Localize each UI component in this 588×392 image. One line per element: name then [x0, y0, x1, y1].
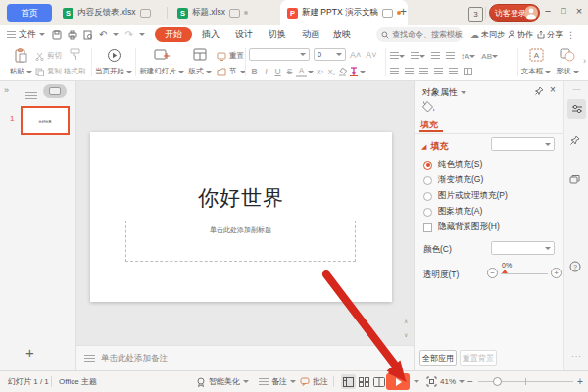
- bullet-list-button[interactable]: [390, 52, 405, 60]
- radio[interactable]: [423, 192, 432, 201]
- radio[interactable]: [423, 176, 432, 185]
- window-count-badge[interactable]: 3: [468, 7, 483, 22]
- color-combo[interactable]: [491, 241, 555, 255]
- cut-button[interactable]: 剪切: [35, 49, 62, 63]
- text-direction-button[interactable]: AB: [481, 52, 498, 61]
- font-color-button[interactable]: A: [296, 66, 307, 77]
- notes-button[interactable]: 备注: [259, 371, 296, 392]
- radio-selected[interactable]: [423, 161, 432, 170]
- align-left-icon[interactable]: [390, 68, 399, 75]
- save-icon[interactable]: [52, 30, 62, 40]
- font-size-combo[interactable]: 0: [314, 48, 346, 61]
- share-button[interactable]: 分享: [537, 27, 563, 42]
- toolbar-more-caret[interactable]: [139, 33, 145, 36]
- checkbox[interactable]: [423, 223, 432, 232]
- collapse-panel-icon[interactable]: »: [4, 85, 9, 95]
- transparency-handle[interactable]: [502, 270, 508, 273]
- subscript-button[interactable]: X₂: [326, 69, 337, 75]
- zoom-out-button[interactable]: −: [467, 371, 473, 392]
- undo-icon[interactable]: ↶: [99, 30, 107, 40]
- textbox-button[interactable]: A 文本框: [521, 46, 551, 78]
- add-slide-button[interactable]: +: [25, 344, 34, 361]
- normal-view-button[interactable]: [341, 374, 356, 389]
- transparency-plus-button[interactable]: +: [551, 268, 562, 278]
- document-tab-2[interactable]: S 标题.xlsx: [171, 0, 286, 25]
- document-tab-1[interactable]: S 内容反馈表.xlsx: [56, 0, 179, 25]
- bold-button[interactable]: B: [249, 67, 260, 76]
- command-search[interactable]: [376, 27, 463, 42]
- slide-thumbnail[interactable]: 你好世界: [21, 106, 70, 135]
- properties-rail-button-active[interactable]: [567, 99, 586, 119]
- menu-transition[interactable]: 切换: [269, 27, 286, 42]
- slide[interactable]: 你好世界 单击此处添加副标题: [90, 132, 392, 302]
- zoom-level[interactable]: 41%: [440, 371, 465, 392]
- thumbnail-view-toggle[interactable]: [43, 84, 67, 98]
- guest-login-button[interactable]: 访客登录: [489, 4, 540, 22]
- align-right-icon[interactable]: [419, 68, 428, 75]
- fill-option-pattern[interactable]: 图案填充(A): [423, 206, 482, 218]
- hide-background-option[interactable]: 隐藏背景图形(H): [423, 221, 500, 233]
- tab-comment-icon[interactable]: [140, 9, 151, 18]
- section-button[interactable]: 节: [217, 65, 246, 78]
- paste-button[interactable]: 粘贴: [8, 46, 33, 78]
- reading-view-button[interactable]: [373, 371, 385, 392]
- menu-home-active[interactable]: 开始: [155, 27, 192, 42]
- document-tab-active[interactable]: P 新建 PPTX 演示文稿: [280, 0, 408, 25]
- expand-ribbon-arrow[interactable]: ›: [583, 56, 586, 66]
- menu-animation[interactable]: 动画: [302, 27, 319, 42]
- decrease-indent-icon[interactable]: [431, 52, 440, 60]
- numbered-list-button[interactable]: [411, 52, 425, 60]
- theme-label[interactable]: Office 主题: [59, 371, 97, 392]
- menu-design[interactable]: 设计: [235, 27, 253, 42]
- search-input[interactable]: [392, 30, 468, 39]
- copy-button[interactable]: 复制: [35, 65, 62, 78]
- close-button[interactable]: ×: [572, 5, 586, 17]
- panel-title-caret[interactable]: [461, 91, 466, 94]
- maximize-button[interactable]: □: [557, 6, 570, 16]
- scroll-down-icon[interactable]: ∨: [404, 332, 408, 338]
- slide-title[interactable]: 你好世界: [90, 184, 392, 212]
- comments-button[interactable]: 批注: [300, 371, 328, 392]
- justify-icon[interactable]: [434, 68, 443, 75]
- font-color-caret[interactable]: [308, 71, 314, 74]
- help-rail-button[interactable]: ?: [569, 261, 584, 272]
- play-from-current-button[interactable]: 当页开始: [95, 46, 132, 78]
- print-icon[interactable]: [68, 30, 77, 40]
- new-slide-button[interactable]: 新建幻灯片: [139, 46, 184, 78]
- pin-rail-button[interactable]: [569, 135, 584, 146]
- play-options-caret[interactable]: [414, 371, 419, 392]
- new-tab-button[interactable]: +: [400, 5, 407, 19]
- collaborate-button[interactable]: 协作: [508, 27, 533, 42]
- panel-close-icon[interactable]: ×: [550, 84, 556, 95]
- more-options-icon[interactable]: ⋮: [566, 27, 575, 42]
- tab-comment-icon[interactable]: [382, 9, 393, 18]
- fill-option-solid[interactable]: 纯色填充(S): [423, 159, 482, 171]
- apply-all-button[interactable]: 全部应用: [419, 350, 457, 366]
- reset-button[interactable]: 重置: [217, 49, 244, 63]
- strikethrough-button[interactable]: S: [284, 67, 295, 76]
- rail-handle[interactable]: —: [569, 84, 584, 93]
- fill-option-picture[interactable]: 图片或纹理填充(P): [423, 190, 508, 202]
- superscript-button[interactable]: X²: [315, 69, 325, 75]
- underline-button[interactable]: U: [272, 67, 283, 76]
- layout-button[interactable]: 版式: [186, 46, 214, 78]
- sync-status[interactable]: ☁ 未同步: [470, 27, 505, 42]
- preview-icon[interactable]: [83, 30, 93, 40]
- increase-font-icon[interactable]: A˄: [350, 50, 361, 60]
- highlight-caret[interactable]: [360, 71, 366, 74]
- notes-placeholder[interactable]: 单击此处添加备注: [101, 353, 168, 365]
- tab-comment-icon[interactable]: [229, 9, 240, 18]
- radio[interactable]: [423, 208, 432, 217]
- slides-rail-button[interactable]: [569, 174, 584, 184]
- italic-button[interactable]: I: [261, 67, 271, 76]
- home-button[interactable]: 首页: [7, 4, 52, 22]
- notes-bar[interactable]: 单击此处添加备注: [76, 345, 414, 370]
- rail-more-icon[interactable]: ···: [569, 352, 584, 361]
- reset-background-button[interactable]: 重置背景: [460, 350, 497, 366]
- increase-indent-icon[interactable]: [446, 52, 455, 60]
- shapes-button[interactable]: 形状: [554, 46, 581, 78]
- fit-slide-button[interactable]: [426, 371, 437, 392]
- menu-slideshow[interactable]: 放映: [333, 27, 351, 42]
- transparency-minus-button[interactable]: −: [487, 268, 498, 278]
- slideshow-play-button[interactable]: [386, 373, 410, 390]
